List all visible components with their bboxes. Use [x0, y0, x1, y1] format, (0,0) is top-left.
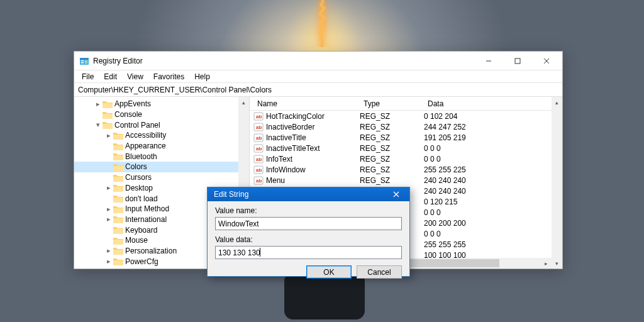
tree-item-label: Colors: [125, 162, 147, 171]
scroll-up-icon[interactable]: ▴: [238, 97, 249, 108]
list-row[interactable]: abInactiveBorderREG_SZ244 247 252: [250, 121, 562, 132]
tree-item-cursors[interactable]: Cursors: [74, 172, 249, 183]
tree-item-label: Quick Actions: [125, 267, 171, 269]
svg-rect-4: [85, 60, 87, 64]
edit-string-dialog: Edit String Value name: Value data: OK C…: [207, 187, 410, 277]
value-type: REG_SZ: [360, 123, 424, 131]
dialog-title: Edit String: [214, 190, 387, 199]
tree-item-appearance[interactable]: Appearance: [74, 141, 249, 152]
tree-item-label: Personalization: [125, 247, 177, 255]
value-name-label: Value name:: [215, 206, 402, 215]
dialog-titlebar[interactable]: Edit String: [208, 187, 409, 201]
value-data: 0 0 0: [424, 155, 441, 164]
tree-item-label: AppEvents: [114, 99, 151, 108]
value-data-label: Value data:: [215, 235, 402, 244]
scroll-right-icon[interactable]: ▸: [541, 258, 552, 269]
value-name: InactiveTitleText: [266, 144, 360, 153]
value-data: 0 0 0: [424, 230, 441, 238]
menu-edit[interactable]: Edit: [99, 71, 122, 82]
scroll-down-icon[interactable]: ▾: [552, 258, 562, 269]
cancel-button[interactable]: Cancel: [357, 265, 402, 279]
svg-text:ab: ab: [256, 135, 262, 141]
tree-item-bluetooth[interactable]: Bluetooth: [74, 151, 249, 162]
column-name[interactable]: Name: [250, 99, 360, 108]
dialog-close-button[interactable]: [387, 187, 406, 201]
tree-item-appevents[interactable]: ▸AppEvents: [74, 99, 249, 109]
value-name: HotTrackingColor: [266, 112, 360, 121]
value-data: 240 240 240: [424, 187, 466, 196]
value-data-input[interactable]: [215, 246, 402, 259]
value-name: InfoText: [266, 155, 360, 164]
expander-icon[interactable]: ▸: [94, 101, 102, 108]
tree-item-label: Appearance: [125, 142, 166, 150]
window-title: Registry Editor: [93, 57, 474, 65]
address-bar[interactable]: Computer\HKEY_CURRENT_USER\Control Panel…: [74, 83, 562, 97]
column-data[interactable]: Data: [424, 99, 562, 108]
svg-rect-1: [80, 58, 89, 60]
value-type: REG_SZ: [360, 144, 424, 153]
value-data: 255 255 255: [424, 240, 466, 249]
value-data: 0 120 215: [424, 197, 457, 206]
column-type[interactable]: Type: [360, 99, 424, 108]
menu-file[interactable]: File: [77, 71, 99, 82]
tree-item-colors[interactable]: Colors: [74, 162, 249, 172]
value-type: REG_SZ: [360, 155, 424, 164]
expander-icon[interactable]: ▾: [94, 121, 102, 128]
value-data: 240 240 240: [424, 176, 466, 185]
list-row[interactable]: abInfoWindowREG_SZ255 255 225: [250, 164, 562, 175]
expander-icon[interactable]: ▸: [104, 247, 113, 254]
list-header[interactable]: Name Type Data: [250, 97, 562, 111]
value-data: 0 0 0: [424, 208, 441, 217]
minimize-button[interactable]: [474, 52, 503, 70]
value-type: REG_SZ: [360, 112, 424, 121]
list-row[interactable]: abMenuREG_SZ240 240 240: [250, 175, 562, 186]
tree-item-label: Cursors: [125, 173, 152, 182]
tree-item-label: Keyboard: [125, 226, 157, 235]
menu-favorites[interactable]: Favorites: [148, 71, 189, 82]
value-name-input[interactable]: [215, 217, 402, 230]
tree-item-label: Mouse: [125, 236, 148, 245]
expander-icon[interactable]: ▸: [104, 258, 113, 265]
close-button[interactable]: [532, 52, 561, 70]
tree-item-label: PowerCfg: [125, 257, 158, 266]
svg-text:ab: ab: [256, 125, 262, 130]
text-caret: [260, 248, 260, 257]
value-type: REG_SZ: [360, 165, 424, 174]
tree-item-label: Bluetooth: [125, 152, 157, 161]
tree-item-accessibility[interactable]: ▸Accessibility: [74, 130, 249, 141]
svg-rect-3: [81, 62, 84, 64]
expander-icon[interactable]: ▸: [104, 216, 113, 223]
list-row[interactable]: abInactiveTitleTextREG_SZ0 0 0: [250, 143, 562, 153]
expander-icon[interactable]: ▸: [104, 132, 113, 139]
menu-view[interactable]: View: [122, 71, 148, 82]
regedit-icon: [79, 56, 89, 66]
menu-help[interactable]: Help: [189, 71, 215, 82]
tree-item-label: International: [125, 215, 167, 224]
list-row[interactable]: abHotTrackingColorREG_SZ0 102 204: [250, 111, 562, 121]
value-name: InactiveTitle: [266, 133, 360, 142]
list-row[interactable]: abInactiveTitleREG_SZ191 205 219: [250, 132, 562, 143]
tree-item-label: Control Panel: [114, 121, 160, 130]
tree-item-label: Input Method: [125, 204, 169, 213]
tree-item-label: Accessibility: [125, 131, 166, 140]
expander-icon[interactable]: ▸: [104, 184, 113, 191]
maximize-button[interactable]: [503, 52, 532, 70]
value-name: Menu: [266, 176, 360, 185]
list-row[interactable]: abInfoTextREG_SZ0 0 0: [250, 153, 562, 164]
tree-item-console[interactable]: Console: [74, 109, 249, 120]
svg-text:ab: ab: [256, 157, 262, 162]
value-data: 0 102 204: [424, 112, 457, 121]
value-name: InfoWindow: [266, 165, 360, 174]
tree-item-label: don't load: [125, 194, 158, 203]
list-scrollbar-v[interactable]: ▴ ▾: [552, 97, 562, 269]
svg-rect-6: [515, 58, 520, 64]
scroll-up-icon[interactable]: ▴: [552, 97, 562, 108]
titlebar[interactable]: Registry Editor: [74, 52, 562, 70]
menubar: File Edit View Favorites Help: [74, 70, 562, 83]
ok-button[interactable]: OK: [306, 265, 352, 279]
tree-item-control-panel[interactable]: ▾Control Panel: [74, 119, 249, 130]
bulb-filament: [308, 0, 336, 47]
expander-icon[interactable]: ▸: [104, 206, 113, 213]
value-data: 0 0 0: [424, 144, 441, 153]
value-type: REG_SZ: [360, 133, 424, 142]
